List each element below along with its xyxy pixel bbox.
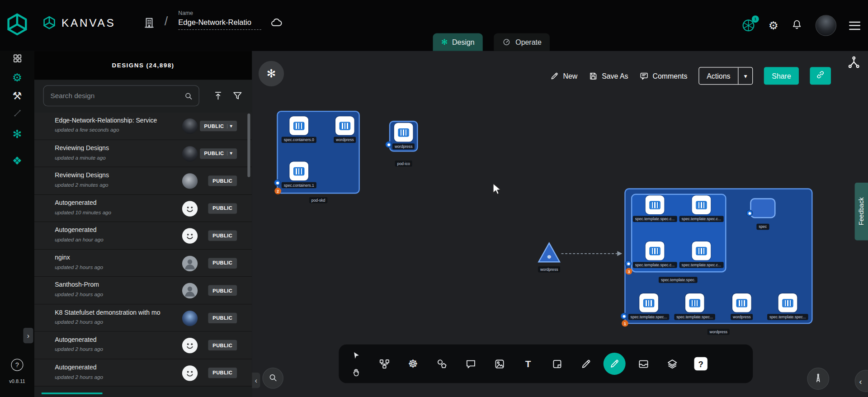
copy-link-button[interactable] xyxy=(810,67,831,85)
container-node[interactable] xyxy=(685,293,704,312)
signal-tower-button[interactable] xyxy=(807,368,829,390)
share-button[interactable]: Share xyxy=(764,67,799,85)
meshery-notifications-button[interactable]: 1 xyxy=(741,18,756,33)
status-badge[interactable] xyxy=(385,141,392,148)
tool-layers[interactable] xyxy=(661,353,683,375)
comments-button[interactable]: Comments xyxy=(639,71,687,80)
bell-icon[interactable] xyxy=(791,19,803,33)
design-owner-avatar xyxy=(182,338,198,353)
design-list-item[interactable]: nginxupdated 2 hours agoPUBLIC xyxy=(34,250,252,277)
container-node[interactable] xyxy=(335,116,354,135)
search-design-input[interactable] xyxy=(49,91,184,100)
help-button[interactable]: ? xyxy=(11,359,23,371)
visibility-badge[interactable]: PUBLIC xyxy=(208,312,237,323)
design-list-item[interactable]: Autogeneratedupdated an hour agoPUBLIC xyxy=(34,222,252,250)
issue-count-badge[interactable]: 2 xyxy=(274,188,281,194)
tool-pan[interactable] xyxy=(348,365,364,379)
visibility-badge[interactable]: PUBLIC xyxy=(208,367,237,378)
container-node[interactable] xyxy=(646,241,665,260)
rail-item-toolkit[interactable]: ⚒ xyxy=(0,91,34,101)
container-node[interactable] xyxy=(692,195,711,214)
visibility-badge[interactable]: PUBLIC xyxy=(208,258,237,268)
visibility-badge[interactable]: PUBLIC▾ xyxy=(200,121,237,131)
design-canvas[interactable]: pod-skdspec.containers.0wordpressspec.co… xyxy=(252,51,868,397)
tab-operate[interactable]: Operate xyxy=(494,33,550,51)
visibility-badge[interactable]: PUBLIC xyxy=(208,340,237,350)
feedback-tab[interactable]: Feedback xyxy=(855,183,868,240)
tool-shapes[interactable] xyxy=(431,353,453,375)
chevron-down-icon[interactable]: ▾ xyxy=(738,67,753,84)
design-list-item[interactable]: Autogeneratedupdated 2 hours agoPUBLIC xyxy=(34,359,252,387)
status-badge[interactable] xyxy=(746,210,753,217)
rail-item-catalog[interactable]: ✻ xyxy=(0,128,34,139)
rail-item-kanvas[interactable]: ❖ xyxy=(0,155,34,166)
organization-icon[interactable] xyxy=(143,17,156,32)
design-list-item[interactable]: Reviewing Designsupdated a minute agoPUB… xyxy=(34,140,252,167)
tool-select[interactable] xyxy=(348,348,364,363)
container-node[interactable] xyxy=(394,123,413,142)
user-avatar[interactable] xyxy=(816,15,837,36)
visibility-badge[interactable]: PUBLIC xyxy=(208,230,237,241)
search-design-field[interactable] xyxy=(43,85,199,107)
tool-text[interactable]: T xyxy=(517,353,539,375)
wordpress-triangle-node[interactable]: ☸ xyxy=(537,241,561,266)
rail-item-lifecycle[interactable]: ⚙ xyxy=(0,72,34,83)
tool-graph[interactable] xyxy=(373,353,395,375)
tool-media[interactable] xyxy=(488,353,510,375)
design-name: Autogenerated xyxy=(55,336,170,343)
design-list-item[interactable]: Autogeneratedupdated 2 hours agoPUBLIC xyxy=(34,331,252,359)
chevron-down-icon[interactable]: ▾ xyxy=(227,151,233,156)
container-node[interactable] xyxy=(639,293,658,312)
cloud-sync-icon[interactable] xyxy=(270,17,283,32)
spec-node[interactable] xyxy=(750,198,775,218)
zoom-button[interactable] xyxy=(262,368,283,389)
container-node[interactable] xyxy=(778,293,797,312)
visibility-badge[interactable]: PUBLIC xyxy=(208,175,237,186)
rail-item-path[interactable] xyxy=(0,109,34,120)
container-node[interactable] xyxy=(646,195,665,214)
collapse-left-panel-button[interactable]: ‹ xyxy=(252,373,260,388)
graph-branch-button[interactable] xyxy=(847,55,861,71)
visibility-badge[interactable]: PUBLIC xyxy=(208,203,237,213)
status-badge[interactable] xyxy=(621,313,627,320)
visibility-badge[interactable]: PUBLIC▾ xyxy=(200,148,237,159)
menu-icon[interactable] xyxy=(849,21,860,29)
tool-pencil[interactable] xyxy=(575,353,597,375)
filter-button[interactable] xyxy=(232,90,243,104)
kanvas-logo-icon[interactable] xyxy=(5,12,29,39)
container-node[interactable] xyxy=(732,293,751,312)
container-node[interactable] xyxy=(692,241,711,260)
kanvas-dock-button[interactable]: ✻ xyxy=(259,61,284,86)
design-list-item[interactable]: K8 Statefulset demonstration with moupda… xyxy=(34,304,252,332)
design-list-item[interactable]: Santhosh-Promupdated 2 hours agoPUBLIC xyxy=(34,277,252,304)
chevron-down-icon[interactable]: ▾ xyxy=(227,124,233,128)
tool-note[interactable] xyxy=(546,353,568,375)
settings-gear-icon[interactable]: ⚙ xyxy=(769,20,778,31)
tool-help[interactable]: ? xyxy=(690,353,712,375)
design-name-input[interactable] xyxy=(178,17,261,30)
issue-count-badge[interactable]: 1 xyxy=(622,320,628,327)
text-tool-icon: T xyxy=(525,359,531,369)
tool-drawer[interactable] xyxy=(632,353,654,375)
design-list-item[interactable]: Edge-Network-Relationship: Serviceupdate… xyxy=(34,113,252,140)
container-node[interactable] xyxy=(289,162,308,181)
new-button[interactable]: New xyxy=(550,71,577,80)
tool-freehand[interactable] xyxy=(604,353,626,375)
container-node[interactable] xyxy=(289,116,308,135)
tab-design[interactable]: ✻ Design xyxy=(433,33,483,51)
design-list-item[interactable]: Autogeneratedupdated 10 minutes agoPUBLI… xyxy=(34,194,252,222)
tool-kubernetes[interactable]: ☸ xyxy=(402,353,424,375)
actions-dropdown[interactable]: Actions ▾ xyxy=(698,67,753,85)
rail-item-dashboard[interactable] xyxy=(0,53,34,66)
design-list-item[interactable]: Reviewing Designsupdated 2 minutes agoPU… xyxy=(34,167,252,195)
status-badge[interactable] xyxy=(625,260,632,267)
import-design-button[interactable] xyxy=(212,90,223,104)
status-badge[interactable] xyxy=(274,180,281,186)
designs-scrollbar-thumb[interactable] xyxy=(247,113,250,177)
brand[interactable]: KANVAS xyxy=(42,15,115,30)
tool-comment[interactable] xyxy=(459,353,481,375)
expand-panel-button[interactable]: › xyxy=(23,328,33,343)
save-as-button[interactable]: Save As xyxy=(589,71,628,80)
issue-count-badge[interactable]: 3 xyxy=(626,268,632,275)
visibility-badge[interactable]: PUBLIC xyxy=(208,285,237,296)
